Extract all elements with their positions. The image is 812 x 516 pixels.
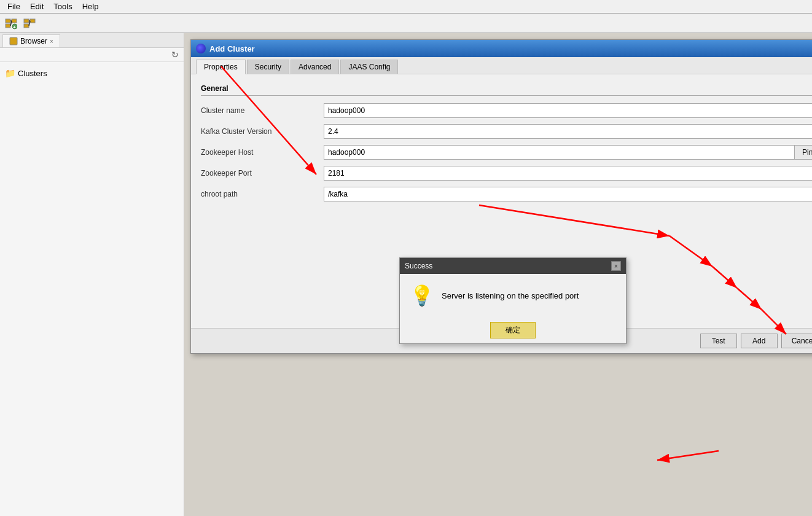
kafka-version-row: Kafka Cluster Version 0.8 0.9 0.10 0.11 … [201,124,812,139]
left-panel: Browser × ↻ 📁 Clusters [0,33,184,516]
zookeeper-port-row: Zookeeper Port [201,166,812,181]
section-general-header: General [201,84,812,96]
chroot-path-input[interactable] [324,187,812,201]
cancel-button[interactable]: Cancel [781,334,812,348]
svg-rect-12 [10,37,17,45]
cluster-name-input[interactable] [324,103,812,118]
edit-button[interactable] [21,15,38,31]
svg-rect-1 [12,19,17,23]
svg-rect-0 [6,19,10,23]
zookeeper-host-label: Zookeeper Host [201,148,324,157]
toolbar: + [0,14,812,33]
success-title: Success [405,262,432,270]
zookeeper-port-input[interactable] [324,166,812,181]
svg-line-21 [657,451,719,460]
tree-root[interactable]: 📁 Clusters [5,67,179,79]
zookeeper-host-row: Zookeeper Host Ping [201,145,812,160]
browser-tab-close[interactable]: × [50,38,53,45]
dialog-tabs: Properties Security Advanced JAAS Config [191,57,812,74]
svg-rect-9 [24,24,29,28]
success-titlebar: Success × [400,258,626,274]
ping-button[interactable]: Ping [795,145,812,160]
test-button[interactable]: Test [700,334,737,348]
refresh-button[interactable]: ↻ [169,49,181,60]
new-connection-icon: + [5,17,17,29]
dialog-globe-icon [196,44,206,53]
menu-tools[interactable]: Tools [49,1,77,12]
tab-security[interactable]: Security [247,60,289,74]
cluster-name-row: Cluster name [201,103,812,118]
chroot-path-row: chroot path [201,187,812,201]
svg-text:+: + [13,25,16,29]
dialog-form: General Cluster name Kafka Cluster Versi… [191,74,812,217]
tab-advanced[interactable]: Advanced [291,60,339,74]
success-close-button[interactable]: × [611,261,621,271]
edit-icon [23,17,36,29]
success-message: Server is listening on the specified por… [442,291,579,300]
browser-tab-label: Browser [20,37,47,45]
dialog-titlebar: Add Cluster ✕ [191,40,812,57]
success-dialog: Success × 💡 Server is listening on the s… [399,257,627,344]
panel-tabs: Browser × [0,33,184,48]
main-area: Browser × ↻ 📁 Clusters Add Cluster ✕ [0,33,812,516]
folder-icon: 📁 [5,68,15,78]
new-connection-button[interactable]: + [2,15,20,31]
dialog-title-area: Add Cluster [196,44,255,53]
cluster-name-label: Cluster name [201,106,324,115]
kafka-version-select-wrapper: 0.8 0.9 0.10 0.11 1.0 1.1 2.0 2.1 2.2 2.… [324,124,812,139]
kafka-version-label: Kafka Cluster Version [201,127,324,136]
svg-rect-8 [30,19,35,23]
zookeeper-host-input[interactable] [324,145,795,160]
success-footer: 确定 [400,317,626,343]
menubar: File Edit Tools Help [0,0,812,14]
ok-button[interactable]: 确定 [490,322,536,338]
bulb-icon: 💡 [410,284,434,307]
menu-file[interactable]: File [2,1,25,12]
tree-root-label: Clusters [18,69,47,78]
svg-rect-3 [6,24,10,28]
svg-rect-7 [24,19,29,23]
tab-properties[interactable]: Properties [196,60,246,74]
zookeeper-port-label: Zookeeper Port [201,169,324,178]
right-area: Add Cluster ✕ Properties Security Advanc… [184,33,812,516]
kafka-version-select[interactable]: 0.8 0.9 0.10 0.11 1.0 1.1 2.0 2.1 2.2 2.… [324,124,812,139]
add-button[interactable]: Add [741,334,778,348]
browser-tab-icon [9,37,18,45]
success-body: 💡 Server is listening on the specified p… [400,274,626,317]
menu-edit[interactable]: Edit [25,1,49,12]
menu-help[interactable]: Help [77,1,104,12]
tab-jaas-config[interactable]: JAAS Config [340,60,398,74]
tab-browser[interactable]: Browser × [2,34,60,47]
dialog-title-text: Add Cluster [209,44,255,53]
zookeeper-host-field-group: Ping [324,145,812,160]
tree-area: 📁 Clusters [0,62,184,516]
chroot-path-label: chroot path [201,190,324,198]
panel-toolbar: ↻ [0,48,184,62]
